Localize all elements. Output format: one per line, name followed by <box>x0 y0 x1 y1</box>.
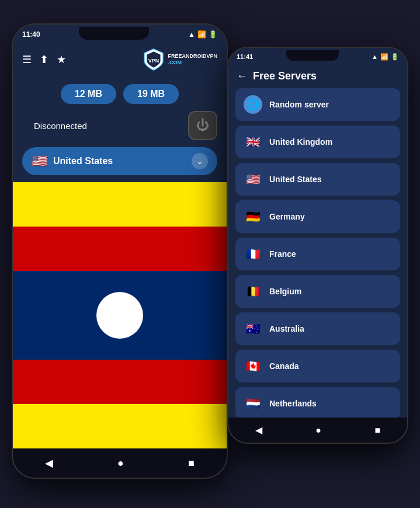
server-list-title: Free Servers <box>253 70 317 82</box>
battery-icon-phone2: 🔋 <box>391 53 399 61</box>
server-list: 🌐 Random server 🇬🇧 United Kingdom 🇺🇸 Uni… <box>228 88 407 417</box>
uk-flag-icon: 🇬🇧 <box>244 133 262 151</box>
server-item-random[interactable]: 🌐 Random server <box>235 88 400 121</box>
server-name-uk: United Kingdom <box>269 137 332 147</box>
nav-back-button-phone1[interactable]: ◀ <box>33 454 65 472</box>
laos-flag-stripe-yellow-top <box>13 182 227 227</box>
notch-phone1 <box>79 27 149 40</box>
status-icons-phone2: ▲ 📶 🔋 <box>372 53 399 61</box>
data-row: 12 MB 19 MB <box>13 77 227 109</box>
nav-recents-button-phone2[interactable]: ■ <box>366 423 390 438</box>
au-flag-icon: 🇦🇺 <box>244 319 262 338</box>
server-name-de: Germany <box>269 212 305 221</box>
server-item-uk[interactable]: 🇬🇧 United Kingdom <box>235 126 400 158</box>
laos-flag-stripe-blue <box>13 271 227 360</box>
laos-flag-stripe-yellow-bottom <box>13 404 227 448</box>
nav-recents-button-phone1[interactable]: ■ <box>176 455 206 472</box>
selected-country-name: United States <box>53 156 186 166</box>
power-button[interactable]: ⏻ <box>188 111 217 140</box>
status-bar-phone2: 11:41 ▲ 📶 🔋 <box>228 48 407 63</box>
chevron-down-icon: ⌄ <box>196 156 203 166</box>
signal-icon: 📶 <box>197 30 206 39</box>
server-name-fr: France <box>269 249 296 259</box>
phone1: 11:40 ▲ 📶 🔋 ☰ ⬆ ★ VPN F <box>12 23 228 479</box>
server-name-us: United States <box>269 175 321 184</box>
data-right-badge: 19 MB <box>123 84 179 104</box>
us-flag-icon: 🇺🇸 <box>244 170 262 189</box>
share-icon[interactable]: ⬆ <box>40 53 48 66</box>
nl-flag-icon: 🇳🇱 <box>244 394 262 413</box>
data-left-badge: 12 MB <box>61 84 116 104</box>
be-flag-icon: 🇧🇪 <box>244 282 262 301</box>
server-name-random: Random server <box>269 100 329 109</box>
status-time-phone2: 11:41 <box>237 53 253 60</box>
notch-phone2 <box>286 50 339 61</box>
svg-text:VPN: VPN <box>148 58 159 64</box>
ca-flag-icon: 🇨🇦 <box>244 357 262 375</box>
phone2: 11:41 ▲ 📶 🔋 ← Free Servers 🌐 Random serv… <box>227 47 408 444</box>
nav-home-button-phone1[interactable]: ● <box>106 455 136 472</box>
power-icon: ⏻ <box>196 118 209 133</box>
server-name-ca: Canada <box>269 361 299 371</box>
server-item-fr[interactable]: 🇫🇷 France <box>235 238 400 270</box>
laos-flag-stripe-red-bottom <box>13 360 227 404</box>
nav-home-button-phone2[interactable]: ● <box>306 423 331 438</box>
laos-flag <box>13 182 227 448</box>
server-name-nl: Netherlands <box>269 399 317 408</box>
back-button[interactable]: ← <box>237 70 247 82</box>
battery-icon: 🔋 <box>209 30 217 39</box>
logo-text-main: FREEANDROIDVPN <box>168 53 217 60</box>
wifi-icon-phone2: ▲ <box>372 53 378 60</box>
country-selector-chevron: ⌄ <box>192 153 208 169</box>
status-time-phone1: 11:40 <box>22 30 40 39</box>
signal-icon-phone2: 📶 <box>380 53 388 61</box>
server-item-us[interactable]: 🇺🇸 United States <box>235 163 400 196</box>
shield-logo-icon: VPN <box>143 48 164 71</box>
status-bar-phone1: 11:40 ▲ 📶 🔋 <box>13 25 227 42</box>
wifi-icon: ▲ <box>188 30 195 39</box>
app-header: ☰ ⬆ ★ VPN FREEANDROIDVPN .COM <box>13 42 227 77</box>
header-left-icons: ☰ ⬆ ★ <box>22 53 66 66</box>
server-name-au: Australia <box>269 324 304 333</box>
selected-country-flag: 🇺🇸 <box>32 154 47 169</box>
logo-text-sub: .COM <box>168 60 217 66</box>
country-selector[interactable]: 🇺🇸 United States ⌄ <box>22 147 217 175</box>
connection-status: Disconnected <box>22 121 87 131</box>
server-item-de[interactable]: 🇩🇪 Germany <box>235 200 400 233</box>
flag-display <box>13 182 227 448</box>
de-flag-icon: 🇩🇪 <box>244 207 262 226</box>
laos-flag-circle <box>96 292 143 339</box>
server-list-header: ← Free Servers <box>228 63 407 88</box>
menu-icon[interactable]: ☰ <box>22 53 32 66</box>
logo-area: VPN FREEANDROIDVPN .COM <box>143 48 217 71</box>
server-name-be: Belgium <box>269 287 301 296</box>
nav-back-button-phone2[interactable]: ◀ <box>246 422 272 438</box>
rate-icon[interactable]: ★ <box>57 53 66 66</box>
server-item-be[interactable]: 🇧🇪 Belgium <box>235 275 400 308</box>
fr-flag-icon: 🇫🇷 <box>244 245 262 263</box>
connection-row: Disconnected ⏻ <box>13 109 227 147</box>
server-item-ca[interactable]: 🇨🇦 Canada <box>235 350 400 382</box>
laos-flag-stripe-red-top <box>13 227 227 271</box>
server-item-nl[interactable]: 🇳🇱 Netherlands <box>235 387 400 417</box>
logo-text: FREEANDROIDVPN .COM <box>168 53 217 66</box>
server-item-au[interactable]: 🇦🇺 Australia <box>235 312 400 345</box>
bottom-nav-phone1: ◀ ● ■ <box>13 448 227 478</box>
random-server-icon: 🌐 <box>244 95 262 114</box>
bottom-nav-phone2: ◀ ● ■ <box>228 417 407 443</box>
status-icons-phone1: ▲ 📶 🔋 <box>188 30 217 39</box>
